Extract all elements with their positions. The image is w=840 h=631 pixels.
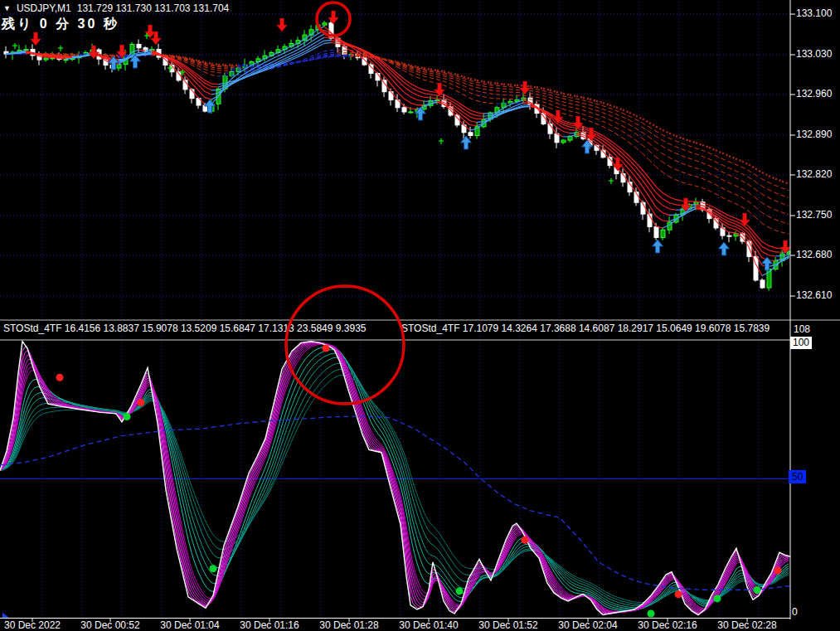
- sell-arrow-icon: [277, 18, 288, 32]
- mt4-chart-window: ▼ USDJPY,M1 131.729 131.730 131.703 131.…: [0, 0, 840, 631]
- buy-arrow-icon: [762, 257, 773, 270]
- buy-signal-dot: [714, 595, 721, 602]
- sell-arrow-icon: [520, 81, 531, 95]
- sell-signal-dot: [56, 374, 64, 381]
- sell-arrow-icon: [328, 11, 339, 24]
- chart-shift-marker: [2, 613, 9, 618]
- grid: [0, 2, 790, 617]
- sell-signal-dot: [138, 399, 145, 406]
- sell-signal-dot: [774, 567, 782, 575]
- buy-signal-dot: [124, 413, 131, 420]
- magenta-ribbon-line: [0, 343, 789, 612]
- buy-signal-dot: [210, 565, 217, 572]
- axes: [0, 0, 840, 622]
- buy-signal-dot: [754, 586, 761, 594]
- signal-arrows: [12, 11, 791, 270]
- chart-canvas[interactable]: [0, 0, 840, 631]
- sell-signal-dot: [323, 345, 330, 352]
- buy-arrow-icon: [653, 240, 663, 253]
- stochastic-pane: [0, 340, 790, 618]
- buy-signal-dot: [456, 587, 464, 595]
- sell-arrow-icon: [613, 158, 624, 171]
- sell-signal-dot: [522, 536, 529, 544]
- sell-arrow-icon: [31, 32, 41, 46]
- teal-ribbon-line: [0, 350, 789, 610]
- buy-signal-dot: [648, 609, 655, 617]
- sell-signal-dot: [675, 590, 682, 598]
- buy-arrow-icon: [719, 242, 730, 255]
